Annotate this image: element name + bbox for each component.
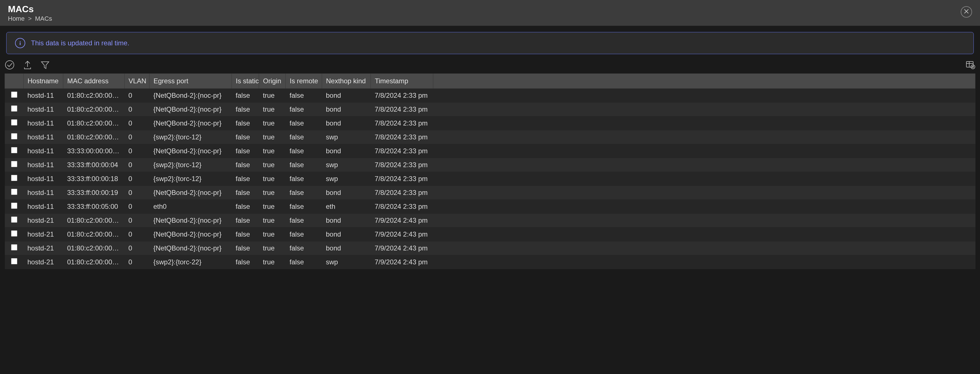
cell-spacer — [433, 241, 975, 255]
cell-egress: {NetQBond-2}:{noc-pr} — [150, 144, 232, 158]
cell-vlan: 0 — [124, 144, 150, 158]
col-nexthop[interactable]: Nexthop kind — [322, 74, 371, 89]
cell-nexthop: eth — [322, 200, 371, 214]
col-is-remote[interactable]: Is remote — [286, 74, 322, 89]
cell-is-remote: false — [286, 228, 322, 241]
cell-hostname: hostd-21 — [24, 241, 63, 255]
breadcrumb: Home > MACs — [8, 15, 52, 22]
row-checkbox[interactable] — [11, 161, 17, 167]
cell-mac: 33:33:ff:00:00:18 — [63, 172, 124, 186]
col-vlan[interactable]: VLAN — [124, 74, 150, 89]
breadcrumb-home[interactable]: Home — [8, 15, 25, 22]
cell-is-static: false — [232, 228, 259, 241]
row-checkbox[interactable] — [11, 258, 17, 265]
cell-timestamp: 7/8/2024 2:33 pm — [371, 89, 433, 103]
cell-origin: true — [259, 89, 286, 103]
cell-hostname: hostd-11 — [24, 186, 63, 200]
row-checkbox[interactable] — [11, 203, 17, 209]
cell-egress: {NetQBond-2}:{noc-pr} — [150, 228, 232, 241]
export-button[interactable] — [23, 60, 32, 71]
select-all-button[interactable] — [5, 60, 15, 72]
cell-mac: 01:80:c2:00:00:0e — [63, 116, 124, 130]
table-row[interactable]: hostd-2101:80:c2:00:00:030{NetQBond-2}:{… — [5, 228, 975, 241]
row-checkbox[interactable] — [11, 119, 17, 125]
filter-button[interactable] — [40, 60, 50, 71]
svg-point-4 — [5, 61, 14, 69]
cell-is-remote: false — [286, 214, 322, 228]
row-checkbox[interactable] — [11, 244, 17, 250]
col-hostname[interactable]: Hostname — [24, 74, 63, 89]
cell-origin: true — [259, 255, 286, 269]
table-settings-icon — [965, 60, 975, 72]
cell-spacer — [433, 172, 975, 186]
table-row[interactable]: hostd-1101:80:c2:00:00:030{NetQBond-2}:{… — [5, 103, 975, 116]
row-checkbox[interactable] — [11, 230, 17, 236]
table-row[interactable]: hostd-1133:33:ff:00:00:180{swp2}:{torc-1… — [5, 172, 975, 186]
cell-is-static: false — [232, 172, 259, 186]
breadcrumb-separator: > — [28, 15, 32, 22]
col-mac[interactable]: MAC address — [63, 74, 124, 89]
cell-nexthop: bond — [322, 89, 371, 103]
cell-timestamp: 7/8/2024 2:33 pm — [371, 172, 433, 186]
table-row[interactable]: hostd-1133:33:ff:00:05:000eth0falsetruef… — [5, 200, 975, 214]
cell-is-static: false — [232, 103, 259, 116]
cell-spacer — [433, 130, 975, 144]
cell-origin: true — [259, 186, 286, 200]
cell-timestamp: 7/8/2024 2:33 pm — [371, 144, 433, 158]
cell-nexthop: swp — [322, 130, 371, 144]
cell-mac: 01:80:c2:00:00:21 — [63, 130, 124, 144]
cell-origin: true — [259, 228, 286, 241]
col-timestamp[interactable]: Timestamp — [371, 74, 433, 89]
table-row[interactable]: hostd-1133:33:ff:00:00:190{NetQBond-2}:{… — [5, 186, 975, 200]
cell-spacer — [433, 214, 975, 228]
table-header-row: Hostname MAC address VLAN Egress port Is… — [5, 74, 975, 89]
table-row[interactable]: hostd-1101:80:c2:00:00:210{swp2}:{torc-1… — [5, 130, 975, 144]
col-egress[interactable]: Egress port — [150, 74, 232, 89]
cell-hostname: hostd-21 — [24, 228, 63, 241]
macs-table: Hostname MAC address VLAN Egress port Is… — [5, 73, 975, 269]
cell-hostname: hostd-21 — [24, 214, 63, 228]
cell-is-static: false — [232, 158, 259, 172]
cell-nexthop: bond — [322, 186, 371, 200]
cell-mac: 33:33:ff:00:05:00 — [63, 200, 124, 214]
close-button[interactable] — [961, 6, 972, 17]
row-checkbox[interactable] — [11, 175, 17, 181]
cell-egress: {swp2}:{torc-12} — [150, 172, 232, 186]
row-checkbox[interactable] — [11, 133, 17, 139]
cell-timestamp: 7/9/2024 2:43 pm — [371, 228, 433, 241]
table-row[interactable]: hostd-1133:33:00:00:00:010{NetQBond-2}:{… — [5, 144, 975, 158]
col-checkbox[interactable] — [5, 74, 24, 89]
cell-timestamp: 7/8/2024 2:33 pm — [371, 186, 433, 200]
row-checkbox[interactable] — [11, 189, 17, 195]
table-row[interactable]: hostd-1133:33:ff:00:00:040{swp2}:{torc-1… — [5, 158, 975, 172]
close-icon — [964, 8, 969, 16]
cell-timestamp: 7/8/2024 2:33 pm — [371, 158, 433, 172]
cell-is-remote: false — [286, 200, 322, 214]
col-is-static[interactable]: Is static — [232, 74, 259, 89]
cell-timestamp: 7/8/2024 2:33 pm — [371, 200, 433, 214]
cell-nexthop: bond — [322, 116, 371, 130]
cell-origin: true — [259, 214, 286, 228]
table-row[interactable]: hostd-1101:80:c2:00:00:0e0{NetQBond-2}:{… — [5, 116, 975, 130]
cell-vlan: 0 — [124, 186, 150, 200]
table-row[interactable]: hostd-2101:80:c2:00:00:000{NetQBond-2}:{… — [5, 214, 975, 228]
cell-nexthop: bond — [322, 228, 371, 241]
cell-vlan: 0 — [124, 89, 150, 103]
cell-egress: {NetQBond-2}:{noc-pr} — [150, 89, 232, 103]
table-row[interactable]: hostd-2101:80:c2:00:00:210{swp2}:{torc-2… — [5, 255, 975, 269]
table-row[interactable]: hostd-1101:80:c2:00:00:000{NetQBond-2}:{… — [5, 89, 975, 103]
table-row[interactable]: hostd-2101:80:c2:00:00:0e0{NetQBond-2}:{… — [5, 241, 975, 255]
table-settings-button[interactable] — [965, 60, 975, 72]
upload-icon — [23, 60, 32, 71]
cell-egress: {swp2}:{torc-12} — [150, 158, 232, 172]
row-checkbox[interactable] — [11, 217, 17, 223]
cell-timestamp: 7/9/2024 2:43 pm — [371, 214, 433, 228]
table-scroll[interactable]: Hostname MAC address VLAN Egress port Is… — [0, 73, 980, 374]
row-checkbox[interactable] — [11, 147, 17, 153]
cell-spacer — [433, 186, 975, 200]
col-origin[interactable]: Origin — [259, 74, 286, 89]
row-checkbox[interactable] — [11, 92, 17, 98]
cell-timestamp: 7/8/2024 2:33 pm — [371, 116, 433, 130]
cell-is-remote: false — [286, 130, 322, 144]
row-checkbox[interactable] — [11, 105, 17, 112]
